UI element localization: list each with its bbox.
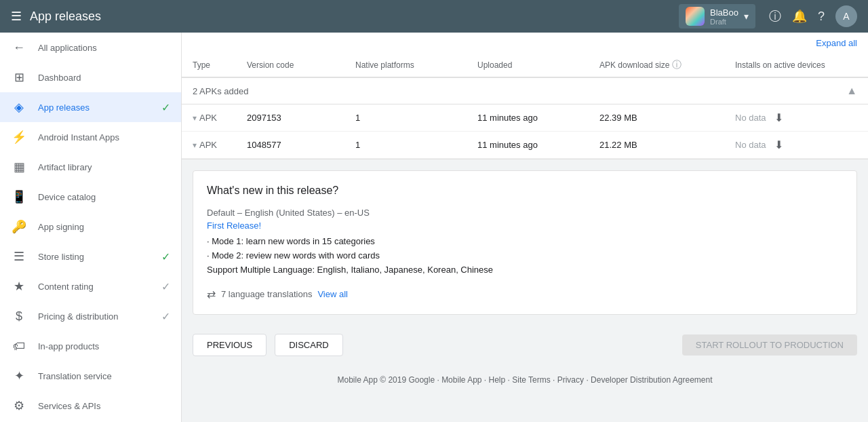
pricing-icon: $ — [11, 309, 27, 324]
app-info: BlaBoo Draft — [710, 7, 738, 26]
sidebar: ← All applications ⊞ Dashboard ◈ App rel… — [0, 33, 182, 422]
page-footer: Mobile App © 2019 Google · Mobile App · … — [182, 364, 868, 396]
installs-cell: No data ⬇ — [735, 111, 857, 124]
device-icon: 📱 — [11, 189, 27, 204]
sidebar-label: Android Instant Apps — [38, 132, 170, 142]
help-icon[interactable]: ? — [818, 9, 825, 24]
sidebar-label: Dashboard — [38, 73, 170, 83]
mobile-app-link[interactable]: Mobile App — [441, 375, 481, 385]
sidebar-item-services-apis[interactable]: ⚙ Services & APIs — [0, 391, 181, 421]
col-installs: Installs on active devices — [735, 59, 857, 71]
back-icon: ← — [11, 41, 27, 55]
view-all-link[interactable]: View all — [317, 289, 348, 299]
start-rollout-button[interactable]: START ROLLOUT TO PRODUCTION — [682, 334, 857, 356]
check-badge: ✓ — [161, 101, 170, 114]
col-uploaded: Uploaded — [477, 59, 599, 71]
app-name: BlaBoo — [710, 7, 738, 18]
chevron-icon[interactable]: ▾ — [193, 113, 197, 123]
version-code-cell: 1048577 — [247, 140, 355, 150]
info-icon[interactable]: ⓘ — [769, 8, 781, 24]
col-type: Type — [193, 59, 247, 71]
table-row: ▾ APK 2097153 1 11 minutes ago 22.39 MB … — [182, 104, 868, 132]
app-selector[interactable]: BlaBoo Draft ▾ — [679, 4, 755, 28]
native-platforms-cell: 1 — [355, 113, 477, 123]
previous-button[interactable]: PREVIOUS — [193, 334, 267, 356]
sidebar-item-in-app-products[interactable]: 🏷 In-app products — [0, 331, 181, 361]
sidebar-item-app-signing[interactable]: 🔑 App signing — [0, 212, 181, 242]
copyright: Mobile App — [337, 375, 377, 385]
sidebar-label: Content rating — [38, 282, 151, 292]
bell-icon[interactable]: 🔔 — [792, 9, 807, 24]
col-apk-download-size: APK download size ⓘ — [599, 59, 735, 71]
artifact-icon: ▦ — [11, 159, 27, 174]
check-badge-gray: ✓ — [161, 280, 170, 293]
sidebar-label: In-app products — [38, 341, 170, 351]
col-version-code: Version code — [247, 59, 355, 71]
sidebar-label: All applications — [38, 43, 170, 53]
discard-button[interactable]: DISCARD — [275, 334, 343, 356]
sidebar-item-app-releases[interactable]: ◈ App releases ✓ — [0, 92, 181, 122]
products-icon: 🏷 — [11, 339, 27, 353]
sidebar-item-translation-service[interactable]: ✦ Translation service — [0, 361, 181, 391]
expand-all-button[interactable]: Expand all — [816, 38, 857, 48]
privacy-link[interactable]: Privacy — [557, 375, 584, 385]
avatar[interactable]: A — [835, 5, 857, 27]
installs-value: No data — [735, 140, 766, 150]
apk-size-cell: 21.22 MB — [599, 140, 735, 150]
uploaded-cell: 11 minutes ago — [477, 113, 599, 123]
sidebar-item-android-instant-apps[interactable]: ⚡ Android Instant Apps — [0, 122, 181, 152]
table-section: Expand all Type Version code Native plat… — [182, 33, 868, 159]
table-row: ▾ APK 1048577 1 11 minutes ago 21.22 MB … — [182, 132, 868, 159]
installs-cell: No data ⬇ — [735, 138, 857, 151]
signing-icon: 🔑 — [11, 219, 27, 234]
first-release-label: First Release! — [207, 220, 843, 231]
chevron-icon[interactable]: ▾ — [193, 140, 197, 150]
sidebar-label: Device catalog — [38, 192, 170, 202]
sidebar-item-dashboard[interactable]: ⊞ Dashboard — [0, 62, 181, 92]
table-header: Type Version code Native platforms Uploa… — [182, 54, 868, 77]
topbar-actions: ⓘ 🔔 ? A — [769, 5, 857, 27]
whats-new-section: What's new in this release? Default – En… — [193, 170, 857, 315]
translation-icon: ✦ — [11, 368, 27, 383]
sidebar-label: Translation service — [38, 371, 170, 381]
sidebar-label: App releases — [38, 102, 151, 113]
app-icon — [686, 7, 705, 26]
main-content: Expand all Type Version code Native plat… — [182, 33, 868, 422]
expand-bar: Expand all — [182, 33, 868, 54]
apk-type-cell: ▾ APK — [193, 140, 247, 150]
dashboard-icon: ⊞ — [11, 70, 27, 85]
sidebar-item-pricing-distribution[interactable]: $ Pricing & distribution ✓ — [0, 301, 181, 331]
collapse-icon[interactable]: ▲ — [846, 85, 857, 97]
apk-type-label: APK — [199, 140, 217, 150]
footer-actions: PREVIOUS DISCARD START ROLLOUT TO PRODUC… — [182, 326, 868, 364]
apk-group-label: 2 APKs added — [193, 86, 846, 96]
sidebar-label: Artifact library — [38, 162, 170, 172]
translate-icon: ⇄ — [207, 288, 216, 301]
footer-text: © 2019 Google · Mobile App · Help · Site… — [380, 375, 712, 385]
apk-size-cell: 22.39 MB — [599, 113, 735, 123]
download-icon[interactable]: ⬇ — [774, 138, 783, 151]
whats-new-title: What's new in this release? — [207, 185, 843, 197]
menu-icon[interactable]: ☰ — [11, 9, 22, 24]
sidebar-item-device-catalog[interactable]: 📱 Device catalog — [0, 182, 181, 212]
native-platforms-cell: 1 — [355, 140, 477, 150]
site-terms-link[interactable]: Site Terms — [512, 375, 550, 385]
apk-group-row: 2 APKs added ▲ — [182, 77, 868, 104]
sidebar-item-artifact-library[interactable]: ▦ Artifact library — [0, 152, 181, 182]
sidebar-item-store-listing[interactable]: ☰ Store listing ✓ — [0, 242, 181, 271]
apk-type-label: APK — [199, 113, 217, 123]
chevron-down-icon: ▾ — [744, 11, 749, 22]
rating-icon: ★ — [11, 279, 27, 294]
download-icon[interactable]: ⬇ — [774, 111, 783, 124]
help-circle-icon[interactable]: ⓘ — [672, 59, 682, 71]
sidebar-item-all-applications[interactable]: ← All applications — [0, 33, 181, 62]
help-link[interactable]: Help — [489, 375, 506, 385]
developer-agreement-link[interactable]: Developer Distribution Agreement — [591, 375, 712, 385]
app-status: Draft — [710, 18, 726, 26]
sidebar-item-content-rating[interactable]: ★ Content rating ✓ — [0, 271, 181, 301]
sidebar-label: Store listing — [38, 252, 151, 262]
store-icon: ☰ — [11, 249, 27, 264]
version-code-cell: 2097153 — [247, 113, 355, 123]
page-title: App releases — [30, 9, 671, 24]
services-icon: ⚙ — [11, 398, 27, 413]
